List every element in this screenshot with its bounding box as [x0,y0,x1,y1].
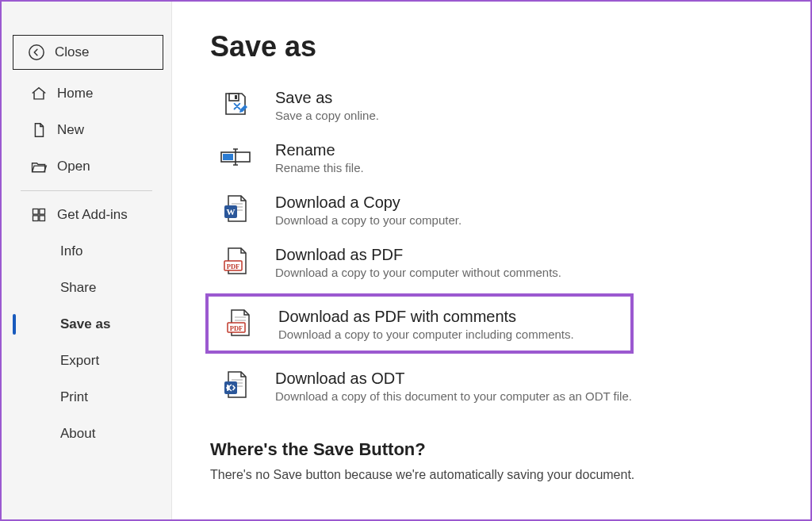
new-file-icon [30,121,48,139]
main-panel: Save as Save as Save a copy online. [172,2,810,519]
option-title: Download as PDF [275,246,561,264]
footer-title: Where's the Save Button? [210,439,772,460]
home-icon [30,85,48,102]
nav-about-label: About [60,426,95,442]
nav-about[interactable]: About [2,416,171,451]
nav-open-label: Open [57,159,90,174]
open-folder-icon [30,158,48,175]
option-rename[interactable]: Rename Rename this file. [210,136,772,178]
option-download-odt[interactable]: Download as ODT Download a copy of this … [210,365,772,406]
addins-icon [30,206,48,224]
option-subtitle: Download a copy to your computer includi… [278,328,574,341]
svg-rect-3 [33,216,39,221]
nav-share-label: Share [60,280,96,296]
rename-icon [218,140,253,174]
nav-home-label: Home [57,86,93,102]
sidebar: Close Home New Open [2,2,172,519]
nav-saveas-label: Save as [60,316,110,332]
nav-info[interactable]: Info [2,234,171,269]
pdf-comments-file-icon: PDF [221,306,256,341]
svg-text:PDF: PDF [230,324,243,332]
svg-text:PDF: PDF [227,262,240,270]
pdf-file-icon: PDF [218,244,253,279]
footer-note: Where's the Save Button? There's no Save… [210,439,772,482]
option-download-pdf[interactable]: PDF Download as PDF Download a copy to y… [210,241,772,282]
nav-addins-label: Get Add-ins [57,207,128,223]
option-title: Download as ODT [275,370,632,388]
svg-rect-2 [40,209,45,215]
svg-rect-4 [40,216,45,221]
option-subtitle: Save a copy online. [275,109,379,122]
svg-rect-8 [223,154,233,160]
option-title: Download as PDF with comments [278,308,574,326]
nav-share[interactable]: Share [2,270,171,305]
option-title: Save as [275,89,379,107]
nav-home[interactable]: Home [2,76,171,111]
svg-text:W: W [227,207,236,216]
nav-new[interactable]: New [2,113,171,147]
save-options-list: Save as Save a copy online. Rename Renam… [210,84,772,406]
page-title: Save as [210,30,772,63]
option-download-pdf-comments[interactable]: PDF Download as PDF with comments Downlo… [213,303,627,344]
svg-point-0 [29,45,44,59]
nav-export[interactable]: Export [2,343,171,378]
option-title: Rename [275,141,364,159]
word-file-icon: W [218,192,253,227]
svg-rect-6 [235,95,237,99]
footer-text: There's no Save button because we're aut… [210,468,772,482]
svg-rect-1 [33,209,39,215]
odt-file-icon [218,368,253,403]
nav-print[interactable]: Print [2,380,171,415]
nav-export-label: Export [60,353,99,369]
option-subtitle: Download a copy of this document to your… [275,389,632,403]
option-subtitle: Download a copy to your computer without… [275,266,561,279]
save-as-icon [218,87,253,122]
nav-open[interactable]: Open [2,149,171,184]
nav-saveas[interactable]: Save as [2,307,171,342]
back-arrow-icon [28,44,45,61]
option-subtitle: Rename this file. [275,161,364,174]
option-subtitle: Download a copy to your computer. [275,213,462,227]
option-save-as[interactable]: Save as Save a copy online. [210,84,772,125]
nav-close[interactable]: Close [13,35,163,70]
annotation-highlight: PDF Download as PDF with comments Downlo… [205,293,634,354]
sidebar-divider [21,190,152,191]
selection-indicator [13,314,16,335]
nav-addins[interactable]: Get Add-ins [2,197,171,232]
nav-new-label: New [57,122,84,138]
nav-close-label: Close [55,44,89,60]
nav-info-label: Info [60,243,82,259]
option-title: Download a Copy [275,193,462,212]
option-download-copy[interactable]: W Download a Copy Download a copy to you… [210,189,772,230]
nav-print-label: Print [60,389,88,405]
svg-rect-5 [229,94,239,101]
